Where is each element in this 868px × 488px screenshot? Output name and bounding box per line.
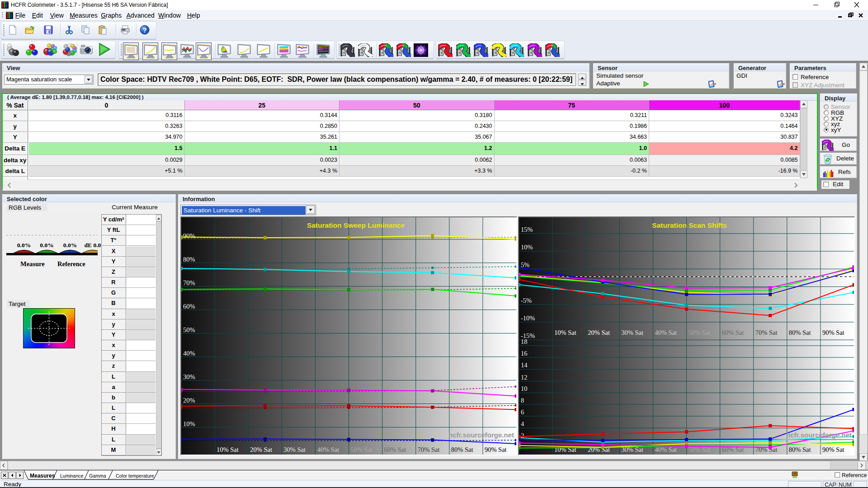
- svg-text:70% Sat: 70% Sat: [755, 329, 778, 336]
- svg-text:80% Sat: 80% Sat: [789, 446, 811, 453]
- svg-text:-5%: -5%: [521, 297, 532, 304]
- svg-text:90% Sat: 90% Sat: [822, 329, 844, 336]
- svg-text:12: 12: [521, 374, 528, 381]
- svg-text:50%: 50%: [183, 326, 195, 333]
- svg-text:18: 18: [521, 338, 528, 345]
- svg-text:50% Sat: 50% Sat: [689, 446, 711, 453]
- svg-text:40% Sat: 40% Sat: [317, 446, 339, 453]
- svg-text:70%: 70%: [183, 279, 195, 286]
- svg-text:15%: 15%: [521, 226, 533, 233]
- svg-text:30% Sat: 30% Sat: [283, 446, 306, 453]
- svg-text:10%: 10%: [183, 420, 195, 427]
- svg-text:4: 4: [521, 420, 524, 427]
- svg-text:?: ?: [142, 26, 146, 34]
- svg-text:16: 16: [521, 350, 528, 357]
- svg-text:8: 8: [521, 397, 524, 404]
- svg-text:10% Sat: 10% Sat: [217, 446, 239, 453]
- svg-text:90% Sat: 90% Sat: [822, 446, 844, 453]
- svg-text:14: 14: [521, 361, 528, 369]
- svg-text:50% Sat: 50% Sat: [351, 446, 373, 453]
- svg-text:hcfr.sourceforge.net: hcfr.sourceforge.net: [786, 431, 852, 439]
- svg-text:20%: 20%: [183, 397, 195, 404]
- svg-text:80% Sat: 80% Sat: [789, 329, 811, 336]
- svg-text:40% Sat: 40% Sat: [655, 329, 677, 336]
- svg-text:60% Sat: 60% Sat: [384, 446, 406, 453]
- svg-text:20% Sat: 20% Sat: [588, 329, 610, 336]
- svg-text:40%: 40%: [183, 350, 195, 357]
- svg-text:6: 6: [521, 408, 524, 416]
- svg-text:Saturation Scan Shifts: Saturation Scan Shifts: [652, 221, 726, 229]
- svg-text:60%: 60%: [183, 303, 195, 310]
- svg-text:Saturation Sweep Luminance: Saturation Sweep Luminance: [307, 221, 405, 229]
- svg-text:50% Sat: 50% Sat: [689, 329, 711, 336]
- svg-text:10: 10: [521, 385, 528, 392]
- svg-text:60% Sat: 60% Sat: [722, 329, 744, 336]
- svg-text:30%: 30%: [183, 373, 195, 380]
- svg-text:20% Sat: 20% Sat: [250, 446, 272, 453]
- svg-text:10%: 10%: [521, 244, 533, 251]
- svg-text:70% Sat: 70% Sat: [418, 446, 440, 453]
- svg-text:30% Sat: 30% Sat: [621, 329, 643, 336]
- svg-text:80%: 80%: [183, 256, 195, 263]
- svg-text:-10%: -10%: [521, 314, 535, 322]
- svg-text:40% Sat: 40% Sat: [655, 446, 677, 453]
- svg-text:hcfr.sourceforge.net: hcfr.sourceforge.net: [448, 431, 514, 439]
- svg-text:10% Sat: 10% Sat: [554, 329, 576, 336]
- svg-text:90% Sat: 90% Sat: [485, 446, 507, 453]
- svg-text:80% Sat: 80% Sat: [451, 446, 473, 453]
